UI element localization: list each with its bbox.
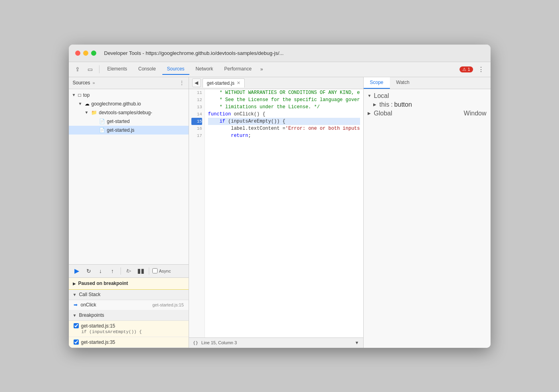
code-line-13: * limitations under the License. */ bbox=[208, 103, 360, 111]
resume-btn[interactable]: ▶ bbox=[72, 266, 82, 276]
code-panel: ◀ get-started.js ✕ 11 12 13 14 15 16 bbox=[189, 77, 363, 348]
devtools-main: Sources » ⋮ ▼ □ top ▼ ☁ googlechrome.git… bbox=[69, 77, 491, 348]
code-string-16: 'Error: one or both inputs bbox=[285, 125, 360, 132]
tree-item-html[interactable]: 📄 get-started bbox=[69, 117, 189, 126]
call-stack-arrow-icon: ➡ bbox=[74, 302, 78, 308]
deactivate-btn[interactable]: /▷ bbox=[124, 266, 134, 276]
pause-on-exception-btn[interactable]: ▮▮ bbox=[136, 266, 146, 276]
call-stack-item-onclick[interactable]: ➡ onClick get-started.js:15 bbox=[69, 300, 189, 310]
scope-global-val: Window bbox=[464, 110, 487, 117]
page-icon: □ bbox=[78, 92, 81, 98]
toolbar-divider-1 bbox=[99, 65, 99, 73]
debug-divider bbox=[121, 267, 121, 275]
code-editor[interactable]: 11 12 13 14 15 16 17 * WITHOUT WARRANTIE… bbox=[189, 89, 363, 337]
code-plain-16a: label.textContent = bbox=[208, 125, 285, 132]
call-stack-header[interactable]: ▼ Call Stack bbox=[69, 290, 189, 300]
devtools-window: Developer Tools - https://googlechrome.g… bbox=[69, 45, 491, 348]
code-line-15: if (inputsAreEmpty()) { bbox=[208, 118, 360, 125]
debug-divider-2 bbox=[149, 267, 149, 275]
breakpoints-header[interactable]: ▼ Breakpoints bbox=[69, 310, 189, 321]
ln-14: 14 bbox=[191, 111, 202, 118]
panel-header-dots[interactable]: ⋮ bbox=[179, 80, 185, 86]
call-stack-arrow: ▼ bbox=[73, 293, 77, 297]
breakpoint-item-1: get-started.js:15 if (inputsAreEmpty()) … bbox=[69, 321, 189, 337]
tree-item-top[interactable]: ▼ □ top bbox=[69, 91, 189, 99]
status-bar: {} Line 15, Column 3 ▼ bbox=[189, 337, 363, 348]
scope-this-val: button bbox=[394, 101, 412, 108]
ln-12: 12 bbox=[191, 96, 202, 103]
window-title: Developer Tools - https://googlechrome.g… bbox=[104, 50, 284, 56]
async-label: Async bbox=[152, 268, 171, 273]
error-badge: ⚠ 1 bbox=[460, 66, 473, 72]
tab-elements[interactable]: Elements bbox=[103, 64, 132, 75]
code-span-12: * See the License for the specific langu… bbox=[208, 96, 360, 103]
tree-item-folder[interactable]: ▼ 📁 devtools-samples/debug- bbox=[69, 108, 189, 117]
code-line-11: * WITHOUT WARRANTIES OR CONDITIONS OF AN… bbox=[208, 89, 360, 96]
editor-tab-getstarted[interactable]: get-started.js ✕ bbox=[203, 78, 245, 88]
paused-text: Paused on breakpoint bbox=[78, 281, 128, 286]
tree-item-js[interactable]: 📄 get-started.js bbox=[69, 126, 189, 135]
ln-16: 16 bbox=[191, 125, 202, 132]
code-line-12: * See the License for the specific langu… bbox=[208, 96, 360, 103]
panel-header-more[interactable]: » bbox=[93, 80, 95, 85]
scope-tab-scope[interactable]: Scope bbox=[364, 77, 390, 89]
minimize-button[interactable] bbox=[83, 51, 88, 56]
tree-item-domain[interactable]: ▼ ☁ googlechrome.github.io bbox=[69, 99, 189, 108]
cloud-icon: ☁ bbox=[85, 101, 90, 107]
bp-filename-1: get-started.js:15 bbox=[81, 323, 115, 329]
device-toggle-btn[interactable]: ▭ bbox=[85, 64, 96, 75]
scope-global-header[interactable]: ▶ Global Window bbox=[364, 109, 491, 118]
scope-panel: Scope Watch ▼ Local ▶ this : button bbox=[363, 77, 491, 348]
tab-network[interactable]: Network bbox=[191, 64, 218, 75]
tree-label-top: top bbox=[83, 92, 90, 98]
step-out-btn[interactable]: ↑ bbox=[108, 266, 117, 276]
ln-13: 13 bbox=[191, 103, 202, 111]
code-plain-15a bbox=[208, 118, 220, 125]
call-stack-label: Call Stack bbox=[79, 292, 100, 297]
tree-label-folder: devtools-samples/debug- bbox=[99, 110, 152, 115]
code-span-11: * WITHOUT WARRANTIES OR CONDITIONS OF AN… bbox=[208, 89, 360, 96]
tree-arrow-folder: ▼ bbox=[85, 110, 90, 115]
code-plain-14: onClick() { bbox=[231, 111, 265, 118]
file-icon-html: 📄 bbox=[99, 119, 105, 124]
tab-performance[interactable]: Performance bbox=[220, 64, 257, 75]
editor-tabs: ◀ get-started.js ✕ bbox=[189, 77, 363, 89]
step-over-btn[interactable]: ↻ bbox=[84, 266, 93, 276]
three-dots-menu[interactable]: ⋮ bbox=[475, 64, 487, 75]
close-button[interactable] bbox=[75, 51, 80, 56]
scope-local-label: Local bbox=[374, 92, 389, 99]
cursor-icon-btn[interactable]: ⇪ bbox=[72, 64, 83, 75]
code-kw-14: function bbox=[208, 111, 231, 118]
bp-checkbox-2[interactable] bbox=[74, 339, 79, 345]
code-kw-17: return bbox=[231, 132, 248, 139]
title-bar: Developer Tools - https://googlechrome.g… bbox=[69, 45, 491, 62]
async-text: Async bbox=[159, 269, 171, 273]
maximize-button[interactable] bbox=[91, 51, 96, 56]
breakpoints-label: Breakpoints bbox=[79, 312, 104, 318]
status-position: Line 15, Column 3 bbox=[201, 340, 237, 345]
bp-code-1: if (inputsAreEmpty()) { bbox=[74, 330, 184, 334]
code-line-17: return ; bbox=[208, 132, 360, 139]
tab-console[interactable]: Console bbox=[134, 64, 161, 75]
async-checkbox[interactable] bbox=[152, 268, 158, 273]
bp-filename-2: get-started.js:35 bbox=[81, 339, 115, 345]
status-chevron-icon: ▼ bbox=[355, 340, 359, 345]
more-tabs-btn[interactable]: » bbox=[258, 65, 265, 74]
editor-tab-label: get-started.js bbox=[207, 80, 234, 86]
tree-arrow-domain: ▼ bbox=[78, 101, 83, 106]
code-plain-17b: ; bbox=[248, 132, 251, 139]
editor-tab-close[interactable]: ✕ bbox=[237, 80, 240, 86]
editor-nav-back[interactable]: ◀ bbox=[192, 78, 201, 87]
scope-local-header[interactable]: ▼ Local bbox=[364, 92, 491, 100]
call-stack-func: onClick bbox=[81, 302, 152, 308]
scope-tab-watch[interactable]: Watch bbox=[390, 77, 416, 89]
scope-this-row[interactable]: ▶ this : button bbox=[364, 100, 491, 109]
step-into-btn[interactable]: ↓ bbox=[96, 266, 105, 276]
bp-checkbox-1[interactable] bbox=[74, 323, 79, 328]
folder-icon: 📁 bbox=[91, 110, 97, 115]
file-tree: ▼ □ top ▼ ☁ googlechrome.github.io ▼ 📁 d… bbox=[69, 89, 189, 264]
scope-tabs: Scope Watch bbox=[364, 77, 491, 89]
tab-sources[interactable]: Sources bbox=[162, 64, 189, 75]
tree-label-html: get-started bbox=[107, 119, 130, 124]
file-icon-js: 📄 bbox=[99, 127, 105, 133]
